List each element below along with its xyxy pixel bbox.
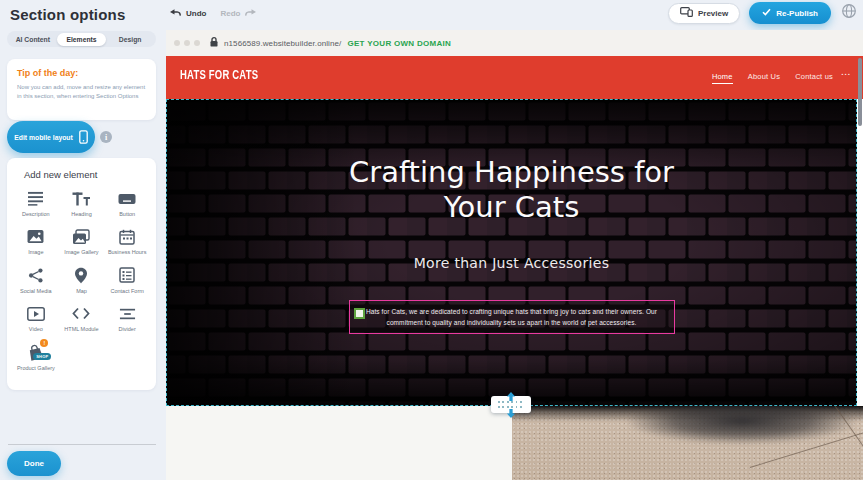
image-icon (26, 227, 45, 246)
preview-button[interactable]: Preview (668, 3, 740, 24)
html-module-icon (72, 304, 91, 323)
panel-divider (8, 444, 156, 445)
contact-form-icon (118, 266, 137, 285)
element-item-business-hours[interactable]: Business Hours (104, 225, 150, 256)
redo-icon (244, 8, 256, 18)
hero-subheading[interactable]: More than Just Accessories (414, 255, 610, 271)
notification-badge: ! (40, 339, 48, 347)
tip-title: Tip of the day: (17, 68, 146, 78)
element-item-contact-form[interactable]: Contact Form (104, 264, 150, 295)
info-icon[interactable]: i (100, 131, 112, 143)
tab-design[interactable]: Design (106, 33, 155, 46)
browser-chrome-bar: n1566589.websitebuilder.online/ GET YOUR… (166, 30, 863, 56)
element-item-label: Divider (119, 326, 136, 333)
next-section-image[interactable] (512, 406, 863, 480)
website-builder-app: Section options Undo Redo Preview Re-P (0, 0, 863, 480)
lock-icon (209, 34, 219, 52)
element-item-label: Map (76, 288, 87, 295)
nav-more-button[interactable]: ... (841, 68, 851, 77)
section-resize-handle[interactable] (491, 396, 531, 413)
edit-mobile-layout-button[interactable]: Edit mobile layout (7, 121, 95, 153)
element-item-social-media[interactable]: Social Media (13, 264, 59, 295)
button-icon (118, 189, 137, 208)
add-element-title: Add new element (24, 169, 150, 180)
undo-button[interactable]: Undo (170, 8, 206, 18)
element-item-label: Social Media (20, 288, 52, 295)
topbar-actions: Preview Re-Publish (668, 2, 857, 24)
tab-ai-content[interactable]: AI Content (9, 33, 58, 46)
selected-text-element[interactable]: Hats for Cats, we are dedicated to craft… (349, 300, 675, 334)
mobile-phone-icon (79, 130, 88, 145)
site-url[interactable]: n1566589.websitebuilder.online/ (224, 39, 341, 48)
element-item-description[interactable]: Description (13, 187, 59, 218)
devices-icon (680, 7, 693, 19)
element-item-label: Description (22, 211, 50, 218)
product-gallery-icon: SHOP! (26, 343, 45, 362)
get-domain-link[interactable]: GET YOUR OWN DOMAIN (347, 39, 451, 48)
hero-vignette-overlay (167, 100, 856, 405)
element-item-label: HTML Module (64, 326, 98, 333)
add-element-card: Add new element DescriptionHeadingButton… (7, 158, 156, 390)
nav-contact-us[interactable]: Contact us (795, 72, 833, 83)
element-item-divider[interactable]: Divider (104, 302, 150, 333)
element-item-label: Business Hours (108, 249, 147, 256)
hero-heading[interactable]: Crafting Happiness for Your Cats (328, 155, 696, 226)
nav-about-us[interactable]: About Us (748, 72, 780, 83)
globe-icon (841, 3, 857, 23)
element-item-label: Contact Form (111, 288, 144, 295)
undo-icon (170, 8, 182, 18)
element-item-heading[interactable]: Heading (59, 187, 105, 218)
element-item-button[interactable]: Button (104, 187, 150, 218)
social-media-icon (26, 266, 45, 285)
element-item-image-gallery[interactable]: Image Gallery (59, 225, 105, 256)
element-drag-handle[interactable] (354, 308, 365, 319)
page-title: Section options (10, 6, 126, 23)
resize-arrow-down-icon (506, 404, 516, 422)
panel-tabs: AI ContentElementsDesign (7, 31, 156, 47)
heading-icon (72, 189, 91, 208)
site-logo[interactable]: HATS FOR CATS (180, 68, 258, 82)
element-item-label: Video (29, 326, 43, 333)
republish-button[interactable]: Re-Publish (749, 2, 831, 24)
video-icon (26, 304, 45, 323)
element-item-map[interactable]: Map (59, 264, 105, 295)
tip-body: Now you can add, move and resize any ele… (17, 83, 146, 102)
element-grid: DescriptionHeadingButtonImageImage Galle… (13, 187, 150, 372)
next-section-background[interactable] (166, 406, 512, 480)
window-dots (174, 40, 200, 46)
element-item-label: Image Gallery (64, 249, 98, 256)
hero-section[interactable]: Crafting Happiness for Your Cats More th… (166, 99, 857, 406)
undo-redo-group: Undo Redo (170, 8, 256, 18)
done-button[interactable]: Done (7, 451, 61, 476)
language-globe-button[interactable] (840, 5, 857, 22)
element-item-html-module[interactable]: HTML Module (59, 302, 105, 333)
nav-home[interactable]: Home (712, 72, 733, 84)
site-nav: HomeAbout UsContact us (712, 56, 833, 99)
element-item-label: Heading (71, 211, 92, 218)
map-icon (72, 266, 91, 285)
site-header[interactable]: HATS FOR CATS HomeAbout UsContact us ... (166, 56, 863, 99)
divider-icon (118, 304, 137, 323)
element-item-label: Image (28, 249, 43, 256)
element-item-image[interactable]: Image (13, 225, 59, 256)
site-preview: n1566589.websitebuilder.online/ GET YOUR… (166, 30, 863, 480)
shop-badge: SHOP (33, 353, 51, 360)
hero-body-text: Hats for Cats, we are dedicated to craft… (366, 308, 657, 326)
element-item-label: Product Gallery (17, 365, 55, 372)
scrollbar-thumb[interactable] (858, 58, 862, 126)
business-hours-icon (118, 227, 137, 246)
image-shadow (627, 406, 857, 444)
element-item-label: Button (119, 211, 135, 218)
redo-button[interactable]: Redo (220, 8, 256, 18)
image-gallery-icon (72, 227, 91, 246)
resize-arrow-up-icon (506, 387, 516, 405)
tip-card: Tip of the day: Now you can add, move an… (7, 59, 156, 120)
element-item-video[interactable]: Video (13, 302, 59, 333)
tab-elements[interactable]: Elements (57, 33, 106, 46)
check-icon (762, 8, 771, 18)
description-icon (26, 189, 45, 208)
element-item-product-gallery[interactable]: SHOP!Product Gallery (13, 341, 59, 372)
